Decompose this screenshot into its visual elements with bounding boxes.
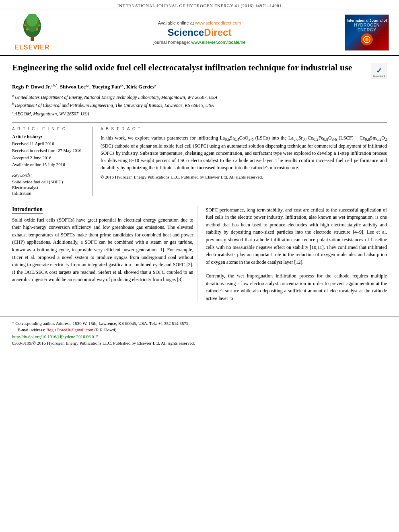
- elsevier-tree-icon: [16, 14, 48, 42]
- available-online-date: Available online 15 July 2016: [12, 162, 86, 168]
- journal-name: INTERNATIONAL JOURNAL OF HYDROGEN ENERGY…: [117, 3, 282, 8]
- abstract-col: A B S T R A C T In this work, we explore…: [101, 127, 387, 196]
- abstract-text: In this work, we explore various paramet…: [101, 134, 387, 171]
- copyright-text: © 2016 Hydrogen Energy Publications LLC.…: [101, 175, 387, 179]
- affil-1: a United States Department of Energy, Na…: [12, 94, 387, 101]
- article-info-col: A R T I C L E I N F O Article history: R…: [12, 127, 93, 196]
- issn-line: 0360-3199/© 2016 Hydrogen Energy Publica…: [12, 340, 387, 347]
- logo-circle-icon: [361, 33, 373, 45]
- svg-point-5: [36, 28, 38, 31]
- introduction-title: Introduction: [12, 206, 43, 214]
- svg-point-11: [365, 38, 368, 41]
- crossmark-icon: ✓ CrossMark: [371, 63, 387, 79]
- affil-2: b Department of Chemical and Petroleum E…: [12, 102, 387, 109]
- accepted-date: Accepted 2 June 2016: [12, 155, 86, 161]
- authors: Regis P. Dowd Jr.a,b,*, Shiwoo Leea,c, Y…: [12, 83, 387, 91]
- doi-line: http://dx.doi.org/10.1016/j.ijhydene.201…: [12, 333, 387, 340]
- svg-text:CrossMark: CrossMark: [372, 75, 385, 77]
- author-1: Regis P. Dowd Jr.: [12, 84, 51, 90]
- svg-point-6: [24, 25, 26, 27]
- article-info-abstract-section: A R T I C L E I N F O Article history: R…: [12, 127, 387, 196]
- affiliations: a United States Department of Energy, Na…: [12, 94, 387, 117]
- intro-text-right-2: Currently, the wet impregnation infiltra…: [206, 272, 387, 302]
- available-online-text: Available online at www.sciencedirect.co…: [158, 21, 241, 25]
- elsevier-wordmark: ELSEVIER: [14, 44, 49, 51]
- keyword-1: Solid oxide fuel cell (SOFC): [12, 179, 86, 184]
- corresponding-author: * Corresponding author. Address: 1530 W.…: [12, 320, 387, 327]
- author-4: Kirk Gerdes: [126, 84, 154, 90]
- intro-col-right: SOFC performance, long-term stability, a…: [206, 206, 387, 302]
- introduction-section: Introduction Solid oxide fuel cells (SOF…: [12, 206, 387, 302]
- sciencedirect-url[interactable]: www.sciencedirect.com: [195, 21, 241, 25]
- svg-text:✓: ✓: [376, 67, 382, 75]
- svg-point-4: [26, 28, 29, 31]
- elsevier-logo: ELSEVIER: [8, 14, 56, 51]
- email-link[interactable]: RegisDowdJr@gmail.com: [46, 327, 93, 332]
- history-label: Article history:: [12, 134, 86, 139]
- article-title-text: Engineering the solid oxide fuel cell el…: [12, 62, 367, 74]
- intro-text-right-1: SOFC performance, long-term stability, a…: [206, 206, 387, 266]
- sciencedirect-logo: ScienceDirect: [168, 27, 232, 38]
- logo-journal-text: HYDROGENENERGY: [354, 23, 380, 32]
- journal-homepage: journal homepage: www.elsevier.com/locat…: [153, 40, 245, 45]
- footer-section: * Corresponding author. Address: 1530 W.…: [0, 316, 399, 350]
- journal-header-bar: INTERNATIONAL JOURNAL OF HYDROGEN ENERGY…: [0, 0, 399, 10]
- abstract-title: A B S T R A C T: [101, 127, 387, 131]
- revised-date: Received in revised form 27 May 2016: [12, 148, 86, 154]
- email-line: E-mail address: RegisDowdJr@gmail.com (R…: [12, 327, 387, 333]
- main-content: Engineering the solid oxide fuel cell el…: [0, 56, 399, 308]
- article-info-title: A R T I C L E I N F O: [12, 127, 86, 131]
- doi-url[interactable]: http://dx.doi.org/10.1016/j.ijhydene.201…: [12, 334, 99, 339]
- introduction-two-col: Introduction Solid oxide fuel cells (SOF…: [12, 206, 387, 302]
- keyword-2: Electrocatalyst: [12, 185, 86, 190]
- journal-homepage-url[interactable]: www.elsevier.com/locate/he: [191, 40, 246, 45]
- svg-point-7: [39, 25, 41, 27]
- affil-3: c AEGOM, Morgantown, WV 26507, USA: [12, 110, 387, 117]
- header-right: International Journal of HYDROGENENERGY: [343, 14, 391, 51]
- divider-1: [12, 122, 387, 123]
- svg-point-8: [27, 21, 29, 23]
- received-date: Received 11 April 2016: [12, 141, 86, 147]
- author-3: Yueying Fan: [92, 84, 120, 90]
- intro-col-left: Introduction Solid oxide fuel cells (SOF…: [12, 206, 198, 302]
- keywords-section: Keywords: Solid oxide fuel cell (SOFC) E…: [12, 173, 86, 195]
- keyword-3: Infiltration: [12, 191, 86, 195]
- header-center: Available online at www.sciencedirect.co…: [60, 14, 339, 51]
- hydrogen-energy-logo: International Journal of HYDROGENENERGY: [345, 14, 389, 51]
- journal-masthead: ELSEVIER Available online at www.science…: [0, 10, 399, 56]
- author-2: Shiwoo Lee: [60, 84, 86, 90]
- article-title-row: Engineering the solid oxide fuel cell el…: [12, 62, 387, 79]
- intro-text-left: Solid oxide fuel cells (SOFCs) have grea…: [12, 216, 193, 283]
- svg-point-9: [35, 21, 37, 23]
- logo-title-text: International Journal of: [347, 18, 387, 23]
- keywords-label: Keywords:: [12, 173, 86, 178]
